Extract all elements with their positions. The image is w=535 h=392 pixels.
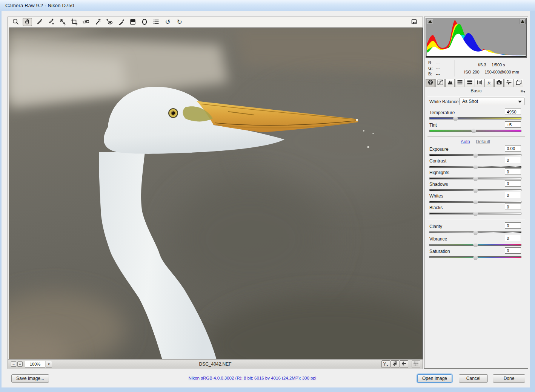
white-balance-select[interactable]: As Shot bbox=[460, 98, 524, 105]
histogram bbox=[426, 18, 527, 58]
graduated-filter-tool-button[interactable] bbox=[128, 18, 137, 26]
radial-filter-tool-button[interactable] bbox=[140, 18, 149, 26]
vibrance-slider-thumb[interactable] bbox=[473, 242, 478, 247]
magnifier-icon bbox=[12, 18, 20, 26]
highlights-slider[interactable] bbox=[429, 178, 521, 179]
tone-curve-icon bbox=[437, 80, 443, 87]
radial-filter-icon bbox=[141, 18, 148, 26]
tint-value[interactable] bbox=[505, 121, 521, 128]
tint-slider[interactable] bbox=[429, 130, 521, 132]
highlights-value[interactable] bbox=[505, 168, 521, 175]
exposure-readout: f/6.31/500 s bbox=[458, 61, 526, 69]
clarity-value[interactable] bbox=[505, 222, 521, 229]
temperature-slider[interactable] bbox=[429, 117, 521, 119]
rgb-b-readout: B:--- bbox=[428, 71, 440, 77]
shadow-clipping-toggle[interactable] bbox=[427, 19, 433, 24]
toggle-fullscreen-button[interactable] bbox=[409, 18, 419, 26]
tab-hsl-grayscale[interactable] bbox=[455, 79, 464, 87]
whites-slider-thumb[interactable] bbox=[473, 199, 478, 204]
vibrance-slider[interactable] bbox=[429, 244, 521, 246]
saturation-slider-thumb[interactable] bbox=[473, 255, 478, 260]
contrast-slider[interactable] bbox=[429, 166, 521, 168]
tab-lens-corrections[interactable] bbox=[475, 79, 484, 87]
vibrance-value[interactable] bbox=[505, 235, 521, 241]
zoom-tool-button[interactable] bbox=[11, 18, 20, 26]
tab-tone-curve[interactable] bbox=[435, 79, 445, 87]
red-eye-tool-button[interactable] bbox=[105, 18, 114, 26]
title-bar[interactable]: Camera Raw 9.2 - Nikon D750 bbox=[0, 0, 535, 11]
temperature-slider-thumb[interactable] bbox=[453, 116, 458, 121]
clarity-slider[interactable] bbox=[429, 231, 521, 233]
preferences-tool-button[interactable] bbox=[151, 18, 161, 26]
spot-removal-tool-button[interactable] bbox=[93, 18, 102, 26]
brush-icon bbox=[117, 18, 125, 26]
eyedropper-icon bbox=[35, 18, 43, 26]
level-icon bbox=[82, 18, 90, 26]
tab-effects[interactable]: fx bbox=[484, 79, 494, 87]
auto-link[interactable]: Auto bbox=[461, 139, 470, 144]
saturation-value[interactable] bbox=[505, 247, 521, 254]
clarity-slider-thumb[interactable] bbox=[473, 230, 478, 235]
shadows-value[interactable] bbox=[505, 180, 521, 187]
whites-value[interactable] bbox=[505, 192, 521, 198]
tint-label: Tint bbox=[429, 122, 437, 128]
panel-flyout-menu[interactable]: ≡ bbox=[521, 89, 525, 94]
done-button[interactable]: Done bbox=[493, 374, 525, 383]
divider bbox=[427, 219, 525, 219]
image-preview[interactable] bbox=[9, 28, 423, 359]
highlight-clipping-toggle[interactable] bbox=[519, 19, 526, 24]
blacks-label: Blacks bbox=[429, 205, 443, 210]
exif-readout: R:--- G:--- B:--- f/6.31/500 s ISO 20015… bbox=[426, 59, 527, 78]
sliders-icon bbox=[413, 361, 419, 368]
preview-preferences-button[interactable] bbox=[412, 360, 420, 368]
tab-snapshots[interactable] bbox=[514, 79, 523, 87]
rgb-g-readout: G:--- bbox=[428, 66, 440, 71]
tint-slider-thumb[interactable] bbox=[471, 128, 476, 133]
shadows-slider[interactable] bbox=[429, 189, 521, 191]
adjustment-brush-tool-button[interactable] bbox=[116, 18, 126, 26]
tab-detail[interactable] bbox=[445, 79, 455, 87]
exposure-slider[interactable] bbox=[429, 154, 521, 156]
default-link[interactable]: Default bbox=[476, 139, 490, 144]
contrast-label: Contrast bbox=[429, 158, 446, 164]
hand-tool-button[interactable] bbox=[23, 18, 32, 26]
tab-camera-calibration[interactable] bbox=[494, 79, 504, 87]
white-balance-tool-button[interactable] bbox=[34, 18, 44, 26]
saturation-label: Saturation bbox=[429, 249, 450, 254]
exif-divider bbox=[455, 60, 455, 77]
color-sampler-tool-button[interactable] bbox=[46, 18, 55, 26]
temperature-value[interactable] bbox=[505, 109, 521, 115]
rotate-left-tool-button[interactable]: ↺ bbox=[163, 18, 172, 26]
tab-basic[interactable] bbox=[426, 79, 435, 87]
temperature-label: Temperature bbox=[429, 110, 455, 115]
rotate-right-tool-button[interactable]: ↻ bbox=[175, 18, 184, 26]
whites-slider[interactable] bbox=[429, 201, 521, 203]
shadows-slider-thumb[interactable] bbox=[473, 188, 478, 193]
crop-tool-button[interactable] bbox=[69, 18, 79, 26]
exposure-value[interactable] bbox=[505, 145, 521, 152]
straighten-tool-button[interactable] bbox=[81, 18, 91, 26]
aperture-icon bbox=[427, 80, 434, 87]
before-after-view-button[interactable]: Y ▼ bbox=[381, 360, 390, 368]
whites-label: Whites bbox=[429, 193, 443, 199]
preview-panel: ↺ ↻ bbox=[8, 17, 423, 369]
sharpen-triangles-icon bbox=[447, 80, 453, 87]
saturation-slider[interactable] bbox=[429, 256, 521, 258]
copy-settings-button[interactable] bbox=[400, 360, 408, 368]
contrast-value[interactable] bbox=[505, 157, 521, 163]
open-image-button[interactable]: Open Image bbox=[417, 374, 452, 383]
window-title: Camera Raw 9.2 - Nikon D750 bbox=[5, 3, 74, 8]
targeted-adjustment-tool-button[interactable] bbox=[58, 18, 67, 26]
blacks-slider[interactable] bbox=[429, 213, 521, 214]
tab-presets[interactable] bbox=[504, 79, 513, 87]
blacks-slider-thumb[interactable] bbox=[473, 211, 478, 216]
contrast-slider-thumb[interactable] bbox=[473, 164, 478, 169]
highlights-slider-thumb[interactable] bbox=[473, 176, 478, 181]
blacks-value[interactable] bbox=[505, 204, 521, 210]
swap-before-after-button[interactable] bbox=[390, 360, 399, 368]
exposure-slider-thumb[interactable] bbox=[473, 153, 478, 158]
cancel-button[interactable]: Cancel bbox=[459, 374, 488, 383]
tab-split-toning[interactable] bbox=[465, 79, 474, 87]
fx-icon: fx bbox=[488, 81, 491, 85]
adjustments-panel: R:--- G:--- B:--- f/6.31/500 s ISO 20015… bbox=[424, 17, 528, 369]
